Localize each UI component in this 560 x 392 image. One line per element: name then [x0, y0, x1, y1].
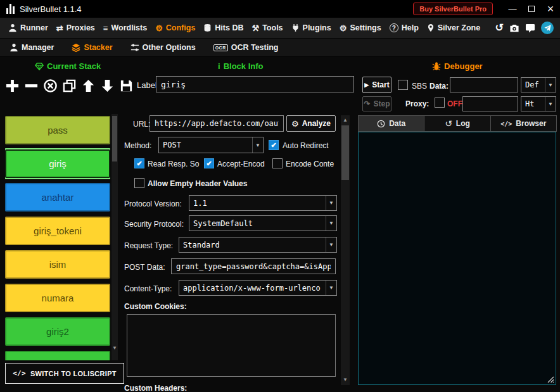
data-type-value: Def [521, 78, 545, 92]
delete-block-button[interactable] [24, 79, 39, 93]
menu-right-icons: ↺ [495, 22, 555, 34]
proxy-caption: Proxy: [405, 99, 429, 108]
menu-label: Runner [20, 23, 48, 32]
switch-to-loliscript-button[interactable]: </> SWITCH TO LOLISCRIPT [5, 363, 124, 384]
proxy-checkbox[interactable] [435, 98, 445, 108]
tab-data[interactable]: Data [358, 115, 424, 132]
stack-block[interactable]: isim [5, 250, 110, 279]
step-button[interactable]: ↷ Step [362, 96, 391, 111]
scroll-up-icon[interactable]: ▲ [341, 117, 350, 123]
stack-block[interactable]: pass [5, 116, 110, 144]
main-menu: Runner ⇄ Proxies ≡ Wordlists ⚙ Configs H… [0, 18, 560, 39]
start-button[interactable]: ▶ Start [362, 77, 391, 93]
menu-item-settings[interactable]: ⚙ Settings [336, 23, 385, 32]
debug-proxy-input[interactable] [462, 96, 518, 111]
save-config-button[interactable] [119, 79, 134, 93]
menu-item-tools[interactable]: ⚒ Tools [249, 23, 286, 32]
allow-empty-headers-checkbox[interactable] [134, 178, 144, 188]
request-type-dropdown[interactable]: Standard ▼ [179, 237, 337, 253]
minimize-button[interactable]: — [503, 0, 522, 18]
tools-icon: ⚒ [252, 24, 260, 32]
menu-item-help[interactable]: ? Help [386, 23, 422, 32]
stack-block-selected[interactable]: giriş [5, 149, 110, 178]
post-data-input[interactable] [171, 258, 336, 274]
encode-content-checkbox[interactable] [272, 158, 283, 168]
scroll-down-icon[interactable]: ▼ [111, 345, 118, 351]
stack-block[interactable]: giriş2 [5, 317, 110, 346]
proxy-type-dropdown[interactable]: Ht ▼ [521, 96, 556, 111]
menu-item-proxies[interactable]: ⇄ Proxies [53, 23, 98, 32]
menu-label: Wordlists [111, 23, 147, 32]
buy-pro-button[interactable]: Buy SilverBullet Pro [413, 3, 493, 15]
submenu-item-manager[interactable]: Manager [6, 43, 57, 52]
move-up-button[interactable] [81, 79, 96, 93]
telegram-button[interactable] [541, 22, 554, 34]
content-type-value: application/x-www-form-urlenco [179, 281, 326, 295]
debug-data-input[interactable] [450, 77, 518, 92]
method-dropdown[interactable]: POST ▼ [158, 137, 264, 153]
url-input[interactable] [150, 115, 284, 132]
menu-item-plugins[interactable]: Plugins [288, 23, 334, 32]
sbs-checkbox[interactable] [398, 80, 408, 90]
block-info-scrollbar[interactable]: ▲ ▼ [341, 115, 350, 385]
history-icon[interactable]: ↺ [495, 23, 504, 33]
stack-scrollbar[interactable]: ▼ [111, 114, 118, 360]
proxies-icon: ⇄ [56, 24, 63, 32]
stack-block[interactable]: anahtar [5, 183, 110, 212]
security-protocol-dropdown[interactable]: SystemDefault ▼ [189, 215, 337, 231]
security-protocol-caption: Security Protocol: [124, 220, 184, 229]
add-block-button[interactable] [5, 79, 20, 93]
close-button[interactable]: × [541, 0, 560, 18]
tab-log[interactable]: ↺ Log [424, 115, 490, 132]
chevron-down-icon: ▼ [326, 216, 336, 231]
menu-label: Help [402, 23, 419, 32]
tab-browser[interactable]: </> Browser [490, 115, 557, 132]
maximize-button[interactable] [522, 0, 541, 18]
submenu-item-stacker[interactable]: Stacker [68, 43, 115, 52]
menu-item-hits-db[interactable]: Hits DB [200, 23, 246, 32]
stack-toolbar [5, 75, 134, 96]
disable-block-button[interactable] [43, 79, 58, 93]
tab-label: Data [389, 119, 405, 128]
menu-item-configs[interactable]: ⚙ Configs [152, 23, 198, 32]
scroll-down-icon[interactable]: ▼ [341, 377, 350, 383]
scrollbar-thumb[interactable] [112, 116, 117, 161]
menu-item-runner[interactable]: Runner [5, 23, 51, 32]
tab-label: Browser [516, 119, 546, 128]
scrollbar-thumb[interactable] [341, 125, 349, 180]
app-logo-icon [6, 4, 15, 14]
accept-encoding-checkbox[interactable] [204, 158, 214, 168]
menu-label: Hits DB [215, 23, 243, 32]
code-icon: </> [13, 369, 26, 377]
app-title: SilverBullet 1.1.4 [20, 4, 82, 14]
debugger-header: Debugger [432, 61, 483, 71]
move-down-button[interactable] [100, 79, 115, 93]
read-response-checkbox[interactable] [134, 158, 144, 168]
auto-redirect-label: Auto Redirect [283, 141, 329, 150]
stack-block[interactable]: numara [5, 284, 110, 312]
block-label-input[interactable] [156, 76, 354, 92]
submenu-item-ocr-testing[interactable]: OCR OCR Testing [210, 43, 282, 52]
content-type-dropdown[interactable]: application/x-www-form-urlenco ▼ [179, 280, 337, 296]
menu-item-silver-zone[interactable]: Silver Zone [424, 23, 483, 32]
stack-block[interactable]: giriş_tokeni [5, 217, 110, 245]
chevron-down-icon: ▼ [326, 281, 336, 295]
security-protocol-value: SystemDefault [189, 216, 326, 231]
custom-cookies-textarea[interactable] [127, 314, 336, 377]
chat-icon[interactable] [525, 23, 535, 33]
stack-block[interactable] [5, 351, 110, 360]
menu-item-wordlists[interactable]: ≡ Wordlists [100, 23, 150, 32]
submenu-item-other-options[interactable]: Other Options [127, 43, 199, 52]
resize-grip-icon[interactable] [547, 376, 554, 383]
method-caption: Method: [124, 141, 151, 150]
analyze-button[interactable]: ⚙ Analyze [286, 115, 336, 132]
data-type-dropdown[interactable]: Def ▼ [521, 77, 556, 92]
section-title: Debugger [444, 61, 483, 71]
clone-block-button[interactable] [62, 79, 77, 93]
bug-icon [432, 61, 441, 71]
auto-redirect-checkbox[interactable] [269, 140, 279, 150]
camera-icon[interactable] [509, 23, 519, 33]
data-caption: Data: [430, 82, 449, 91]
protocol-version-dropdown[interactable]: 1.1 ▼ [189, 195, 337, 211]
submenu-label: Other Options [143, 43, 196, 52]
